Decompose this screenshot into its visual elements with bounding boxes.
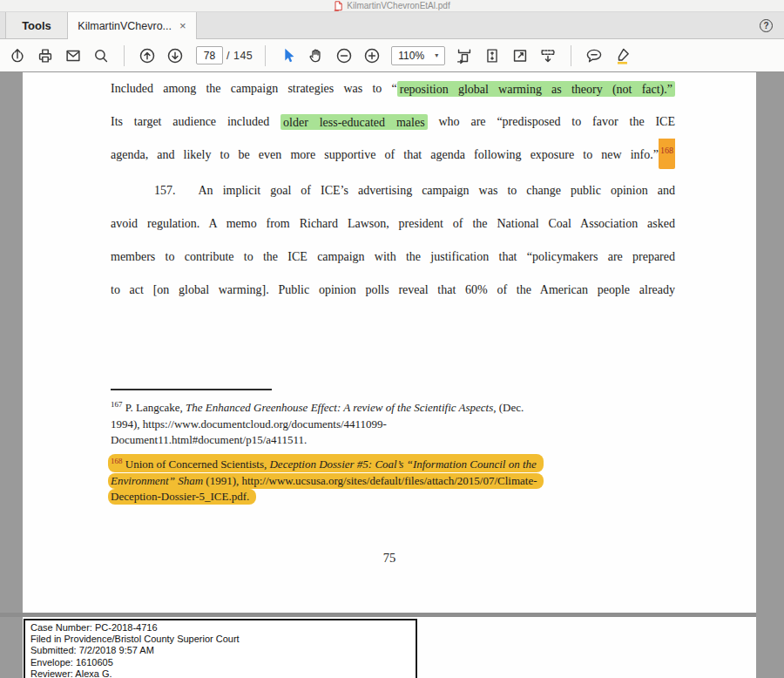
text-line: Its target audience included older less-… bbox=[111, 105, 675, 139]
next-page-button[interactable] bbox=[164, 44, 186, 68]
tab-bar: Tools KilmartinVChevro... × ? bbox=[0, 12, 784, 39]
share-icon bbox=[8, 46, 27, 65]
select-tool-icon bbox=[279, 46, 298, 65]
fullscreen-button[interactable] bbox=[509, 44, 531, 68]
highlighter-icon bbox=[612, 46, 632, 65]
select-tool-button[interactable] bbox=[277, 44, 300, 68]
footnote-line: 168 Union of Concerned Scientists, Decep… bbox=[111, 454, 703, 473]
zoom-out-icon bbox=[335, 46, 354, 65]
footnote-reference-168[interactable]: 168 bbox=[659, 139, 675, 168]
efiling-stamp-box: Case Number: PC-2018-4716 Filed in Provi… bbox=[24, 619, 417, 678]
text-line: Included among the campaign strategies w… bbox=[111, 72, 675, 105]
hand-tool-button[interactable] bbox=[305, 44, 328, 68]
hand-tool-icon bbox=[307, 46, 326, 65]
chevron-down-icon: ▾ bbox=[435, 51, 438, 59]
search-icon bbox=[91, 46, 111, 65]
stamp-case-number: Case Number: PC-2018-4716 bbox=[30, 622, 416, 634]
previous-page-button[interactable] bbox=[136, 44, 159, 68]
stamp-submitted: Submitted: 7/2/2018 9:57 AM bbox=[30, 645, 416, 656]
text-line: 157.An implicit goal of ICE’s advertisin… bbox=[111, 174, 675, 207]
email-icon bbox=[64, 46, 83, 65]
document-page-number: 75 bbox=[23, 551, 756, 566]
previous-page-icon bbox=[138, 46, 157, 65]
yellow-highlight: 168 Union of Concerned Scientists, Decep… bbox=[108, 454, 544, 472]
print-icon bbox=[36, 46, 55, 65]
fullscreen-icon bbox=[510, 46, 530, 65]
stamp-envelope: Envelope: 1610605 bbox=[30, 657, 416, 668]
fit-width-icon bbox=[455, 46, 474, 65]
toolbar-divider bbox=[124, 45, 125, 66]
toolbar-divider bbox=[265, 45, 266, 66]
toolbar: / 145 110% ▾ bbox=[0, 39, 784, 72]
green-highlight: reposition global warming as theory (not… bbox=[397, 81, 675, 97]
text-line: members to contribute to the ICE campaig… bbox=[111, 241, 675, 274]
footnote-line: Document11.html#document/p15/a411511. bbox=[111, 432, 703, 448]
green-highlight: older less-educated males bbox=[280, 114, 428, 130]
pdf-page-75: Included among the campaign strategies w… bbox=[23, 72, 756, 613]
window-titlebar: KilmartinVChevronEtAl.pdf bbox=[0, 0, 784, 12]
next-page-icon bbox=[166, 46, 185, 65]
footnote-line: 167 P. Langcake, The Enhanced Greenhouse… bbox=[111, 397, 703, 417]
footnote-marker: 167 bbox=[111, 400, 123, 409]
comment-icon bbox=[585, 46, 604, 65]
stamp-reviewer: Reviewer: Alexa G. bbox=[30, 668, 416, 678]
footnote-168: 168 Union of Concerned Scientists, Decep… bbox=[111, 454, 703, 505]
scroll-mode-icon bbox=[538, 46, 558, 65]
body-text: Included among the campaign strategies w… bbox=[111, 72, 675, 307]
fit-page-icon bbox=[483, 46, 502, 65]
zoom-level-dropdown[interactable]: 110% ▾ bbox=[391, 46, 445, 65]
fit-width-button[interactable] bbox=[453, 44, 476, 68]
tab-document[interactable]: KilmartinVChevro... × bbox=[68, 12, 197, 39]
footnote-line: 1994), https://www.documentcloud.org/doc… bbox=[111, 417, 703, 432]
tab-document-label: KilmartinVChevro... bbox=[78, 20, 172, 32]
stamp-court: Filed in Providence/Bristol County Super… bbox=[30, 634, 416, 645]
highlighter-button[interactable] bbox=[611, 44, 633, 68]
close-tab-icon[interactable]: × bbox=[179, 20, 186, 31]
zoom-level-value: 110% bbox=[398, 50, 424, 62]
yellow-highlight: Environment” Sham (1991), http://www.ucs… bbox=[108, 473, 544, 489]
share-button[interactable] bbox=[6, 44, 29, 68]
print-button[interactable] bbox=[34, 44, 57, 68]
footnote-marker: 168 bbox=[111, 457, 123, 465]
text-line: agenda, and likely to be even more suppo… bbox=[111, 139, 675, 173]
zoom-in-button[interactable] bbox=[361, 44, 383, 68]
help-icon[interactable]: ? bbox=[760, 19, 773, 32]
toolbar-divider bbox=[571, 45, 571, 66]
tab-tools-label: Tools bbox=[22, 19, 51, 32]
zoom-out-button[interactable] bbox=[333, 44, 355, 68]
comment-button[interactable] bbox=[583, 44, 605, 68]
page-number-input[interactable] bbox=[196, 46, 223, 64]
fit-page-button[interactable] bbox=[481, 44, 504, 68]
window-title: KilmartinVChevronEtAl.pdf bbox=[347, 1, 449, 10]
text-line: avoid regulation. A memo from Richard La… bbox=[111, 207, 675, 241]
search-button[interactable] bbox=[90, 44, 112, 68]
document-area[interactable]: Included among the campaign strategies w… bbox=[0, 72, 784, 678]
tab-tools[interactable]: Tools bbox=[5, 12, 68, 38]
pdf-page-76: Case Number: PC-2018-4716 Filed in Provi… bbox=[23, 617, 756, 678]
pdf-file-icon bbox=[334, 1, 343, 11]
footnote-167: 167 P. Langcake, The Enhanced Greenhouse… bbox=[111, 397, 703, 449]
text-line: to act [on global warming]. Public opini… bbox=[111, 274, 675, 307]
footnote-separator bbox=[111, 389, 272, 390]
footnote-line: Environment” Sham (1991), http://www.ucs… bbox=[111, 473, 703, 489]
scroll-mode-button[interactable] bbox=[537, 44, 559, 68]
zoom-in-icon bbox=[362, 46, 382, 65]
page-total-label: / 145 bbox=[226, 50, 253, 62]
paragraph-number: 157. bbox=[154, 184, 176, 197]
email-button[interactable] bbox=[62, 44, 84, 68]
yellow-highlight: Deception-Dossier-5_ICE.pdf. bbox=[108, 489, 256, 505]
footnote-line: Deception-Dossier-5_ICE.pdf. bbox=[111, 489, 703, 505]
